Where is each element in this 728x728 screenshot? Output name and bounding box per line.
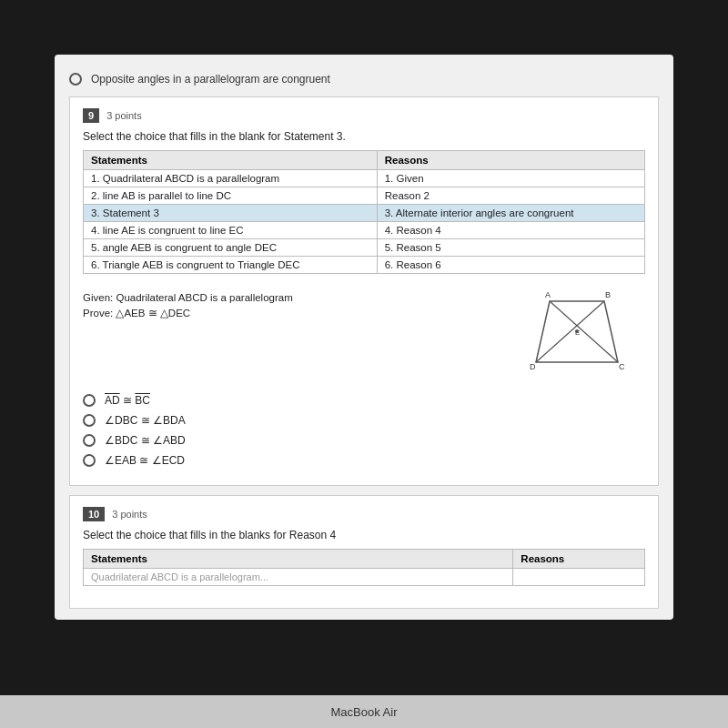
proof-table-9: Statements Reasons 1. Quadrilateral ABCD… — [83, 150, 645, 274]
diagram-svg: A B C D E — [500, 285, 645, 385]
table-row: 5. angle AEB is congruent to angle DEC 5… — [84, 239, 645, 257]
question-10-block: 10 3 points Select the choice that fills… — [69, 495, 659, 609]
svg-line-1 — [550, 301, 618, 362]
svg-text:D: D — [530, 362, 536, 371]
option-1-text: AD ≅ BC — [105, 394, 150, 407]
reason-1: 1. Given — [377, 170, 644, 187]
reason-6: 6. Reason 6 — [377, 257, 644, 274]
statement-6: 6. Triangle AEB is congruent to Triangle… — [84, 257, 378, 274]
option-row-4: ∠EAB ≅ ∠ECD — [83, 454, 645, 467]
prev-answer-row: Opposite angles in a parallelogram are c… — [69, 66, 659, 96]
proof-table-10: Statements Reasons Quadrilateral ABCD is… — [83, 549, 645, 586]
option-row-3: ∠BDC ≅ ∠ABD — [83, 434, 645, 447]
option-row-1: AD ≅ BC — [83, 394, 645, 407]
options-area-9: AD ≅ BC ∠DBC ≅ ∠BDA ∠BDC ≅ ∠ABD ∠EAB ≅ ∠… — [83, 394, 645, 467]
question-10-number: 10 — [83, 507, 105, 521]
svg-point-8 — [575, 329, 579, 333]
option-row-2: ∠DBC ≅ ∠BDA — [83, 414, 645, 427]
svg-line-2 — [536, 301, 604, 362]
radio-option-3[interactable] — [83, 434, 96, 447]
statement-10-1: Quadrilateral ABCD is a parallelogram... — [84, 569, 513, 586]
option-3-text: ∠BDC ≅ ∠ABD — [105, 434, 186, 447]
given-prove: Given: Quadrilateral ABCD is a parallelo… — [83, 285, 481, 323]
question-9-number: 9 — [83, 108, 99, 123]
given-text: Given: Quadrilateral ABCD is a parallelo… — [83, 292, 481, 303]
question-10-points: 3 points — [112, 509, 147, 520]
table-row: 4. line AE is congruent to line EC 4. Re… — [84, 222, 645, 239]
radio-option-2[interactable] — [83, 414, 96, 427]
question-10-prompt: Select the choice that fills in the blan… — [83, 529, 645, 541]
option-2-text: ∠DBC ≅ ∠BDA — [105, 414, 186, 427]
table-row-highlighted: 3. Statement 3 3. Alternate interior ang… — [84, 205, 645, 222]
reason-4: 4. Reason 4 — [377, 222, 644, 239]
taskbar: MacBook Air — [0, 695, 728, 728]
question-9-header: 9 3 points — [83, 108, 645, 123]
table-row: 2. line AB is parallel to line DC Reason… — [84, 187, 645, 205]
col-reasons: Reasons — [377, 151, 644, 170]
svg-text:C: C — [619, 362, 625, 371]
svg-text:B: B — [605, 290, 611, 299]
reason-10-1 — [513, 569, 645, 586]
taskbar-label: MacBook Air — [331, 705, 398, 719]
col10-reasons: Reasons — [513, 550, 645, 569]
radio-option-4[interactable] — [83, 454, 96, 467]
col10-statements: Statements — [84, 550, 513, 569]
table-row: Quadrilateral ABCD is a parallelogram... — [84, 569, 645, 586]
statement-1: 1. Quadrilateral ABCD is a parallelogram — [84, 170, 378, 187]
parallelogram-diagram: A B C D E — [500, 285, 645, 385]
reason-2: Reason 2 — [377, 187, 644, 205]
question-9-block: 9 3 points Select the choice that fills … — [69, 96, 659, 486]
table-row: 1. Quadrilateral ABCD is a parallelogram… — [84, 170, 645, 187]
table-row: 6. Triangle AEB is congruent to Triangle… — [84, 257, 645, 274]
statement-5: 5. angle AEB is congruent to angle DEC — [84, 239, 378, 257]
col-statements: Statements — [84, 151, 378, 170]
screen: Opposite angles in a parallelogram are c… — [0, 0, 728, 728]
question-9-prompt: Select the choice that fills in the blan… — [83, 130, 645, 143]
question-10-header: 10 3 points — [83, 507, 645, 521]
reason-3: 3. Alternate interior angles are congrue… — [377, 205, 644, 222]
reason-5: 5. Reason 5 — [377, 239, 644, 257]
statement-3: 3. Statement 3 — [84, 205, 378, 222]
content-area: Opposite angles in a parallelogram are c… — [55, 55, 673, 620]
prev-answer-text: Opposite angles in a parallelogram are c… — [91, 73, 330, 86]
question-9-points: 3 points — [106, 110, 142, 121]
statement-4: 4. line AE is congruent to line EC — [84, 222, 378, 239]
statement-2: 2. line AB is parallel to line DC — [84, 187, 378, 205]
radio-option-1[interactable] — [83, 394, 96, 407]
option-4-text: ∠EAB ≅ ∠ECD — [105, 454, 185, 467]
radio-prev[interactable] — [69, 73, 82, 86]
question-9-body: Given: Quadrilateral ABCD is a parallelo… — [83, 285, 645, 385]
svg-text:A: A — [545, 290, 551, 299]
prove-text: Prove: △AEB ≅ △DEC — [83, 307, 481, 319]
